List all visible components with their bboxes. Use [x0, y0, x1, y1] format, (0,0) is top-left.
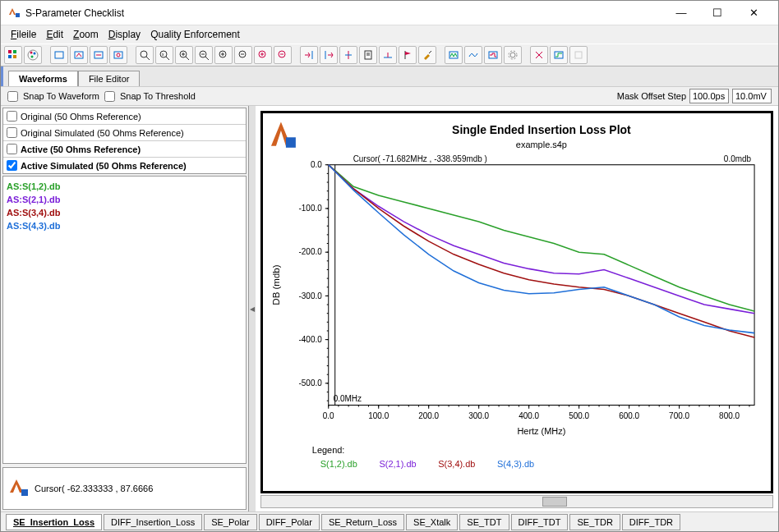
svg-point-8: [31, 56, 34, 58]
svg-text:Single Ended Insertion Loss Pl: Single Ended Insertion Loss Plot: [452, 123, 631, 136]
app-icon: [7, 7, 21, 20]
menu-zoom[interactable]: Zoom: [68, 27, 104, 42]
ref-active[interactable]: Active (50 Ohms Reference): [3, 141, 246, 158]
ref-original-check[interactable]: [7, 111, 17, 122]
tool-zoom-in-icon[interactable]: [175, 46, 193, 64]
svg-rect-1: [8, 50, 12, 53]
svg-rect-2: [13, 50, 16, 53]
svg-line-18: [166, 57, 169, 60]
menu-display[interactable]: Display: [104, 27, 145, 42]
tool-arrow1-icon[interactable]: [300, 46, 318, 64]
btab-se-tdt[interactable]: SE_TDT: [459, 514, 509, 530]
tool-step-icon[interactable]: [550, 46, 568, 64]
ref-original[interactable]: Original (50 Ohms Reference): [3, 108, 246, 125]
svg-text:800.0: 800.0: [719, 411, 740, 420]
svg-rect-61: [329, 165, 754, 406]
svg-text:0.0mdb: 0.0mdb: [724, 154, 752, 163]
tool-gear-icon[interactable]: [504, 46, 522, 64]
tool-zoom-in3-icon[interactable]: [254, 46, 272, 64]
menu-file-label: ile: [26, 29, 36, 40]
splitter-handle[interactable]: ◀: [249, 106, 256, 511]
btab-se-xtalk[interactable]: SE_Xtalk: [406, 514, 458, 530]
tool-zoom-out3-icon[interactable]: [274, 46, 292, 64]
mask-step-time[interactable]: [689, 89, 729, 103]
ref-original-sim-label: Original Simulated (50 Ohms Reference): [21, 128, 184, 138]
snap-threshold-checkbox[interactable]: [104, 91, 115, 102]
svg-text:400.0: 400.0: [519, 411, 539, 420]
series-s34[interactable]: AS:S(3,4).db: [7, 206, 242, 219]
snap-waveform-checkbox[interactable]: [7, 91, 18, 102]
btab-se-insertion-loss[interactable]: SE_Insertion_Loss: [6, 514, 102, 530]
plot-canvas[interactable]: Single Ended Insertion Loss Plotexample.…: [260, 111, 773, 493]
tab-file-editor[interactable]: File Editor: [78, 71, 141, 86]
menu-edit[interactable]: Edit: [41, 27, 68, 42]
svg-rect-55: [21, 489, 28, 496]
tool-zoom-x-icon[interactable]: x: [155, 46, 173, 64]
svg-text:600.0: 600.0: [619, 411, 639, 420]
svg-text:500.0: 500.0: [569, 411, 589, 420]
tool-box4-icon[interactable]: [109, 46, 127, 64]
ref-active-sim[interactable]: Active Simulated (50 Ohms Reference): [3, 158, 246, 173]
cursor-panel: Cursor( -62.333333 , 87.6666: [2, 467, 247, 510]
tool-box2-icon[interactable]: [70, 46, 88, 64]
ref-active-sim-check[interactable]: [7, 160, 17, 171]
tool-flag-icon[interactable]: [399, 46, 417, 64]
btab-diff-insertion-loss[interactable]: DIFF_Insertion_Loss: [104, 514, 202, 530]
series-s21[interactable]: AS:S(2,1).db: [7, 193, 242, 206]
minimize-button[interactable]: —: [663, 2, 699, 25]
svg-rect-54: [575, 52, 582, 58]
sidebar: Original (50 Ohms Reference) Original Si…: [1, 106, 249, 511]
menu-edit-label: dit: [53, 29, 63, 40]
plot-hscrollbar[interactable]: [260, 495, 773, 508]
tool-anchor-icon[interactable]: [379, 46, 397, 64]
maximize-button[interactable]: ☐: [699, 2, 735, 25]
mask-step-volt[interactable]: [732, 89, 772, 103]
bottom-tabs: SE_Insertion_Loss DIFF_Insertion_Loss SE…: [1, 511, 778, 531]
series-s43[interactable]: AS:S(4,3).db: [7, 219, 242, 232]
btab-diff-tdr[interactable]: DIFF_TDR: [622, 514, 680, 530]
tab-waveforms[interactable]: Waveforms: [8, 71, 78, 86]
btab-diff-tdt[interactable]: DIFF_TDT: [511, 514, 569, 530]
svg-line-25: [205, 57, 209, 60]
svg-point-49: [510, 53, 515, 57]
tool-doc-icon[interactable]: [359, 46, 377, 64]
ref-active-check[interactable]: [7, 144, 17, 154]
ref-original-sim[interactable]: Original Simulated (50 Ohms Reference): [3, 125, 246, 141]
svg-text:Hertz (MHz): Hertz (MHz): [517, 426, 565, 436]
tool-box1-icon[interactable]: [50, 46, 68, 64]
close-button[interactable]: ✕: [735, 2, 772, 25]
tool-blank-icon[interactable]: [569, 46, 588, 64]
tool-box3-icon[interactable]: [90, 46, 108, 64]
snap-waveform-label: Snap To Waveform: [23, 91, 99, 101]
btab-se-polar[interactable]: SE_Polar: [204, 514, 256, 530]
menu-quality[interactable]: Quality Enforcement: [145, 27, 245, 42]
tool-palette-icon[interactable]: [24, 46, 42, 64]
svg-rect-12: [114, 52, 122, 58]
svg-text:0.0: 0.0: [323, 411, 334, 420]
tool-delete-icon[interactable]: [530, 46, 548, 64]
btab-se-return-loss[interactable]: SE_Return_Loss: [321, 514, 404, 530]
tool-wave3-icon[interactable]: [484, 46, 502, 64]
scrollbar-thumb[interactable]: [542, 497, 567, 507]
tool-wave1-icon[interactable]: [445, 46, 463, 64]
tool-zoom-out2-icon[interactable]: [234, 46, 252, 64]
tool-zoom-in2-icon[interactable]: [214, 46, 233, 64]
cursor-readout: Cursor( -62.333333 , 87.6666: [35, 484, 153, 493]
svg-rect-0: [16, 13, 20, 17]
tool-zoom-icon[interactable]: [136, 46, 154, 64]
tool-zoom-out-icon[interactable]: [195, 46, 213, 64]
ref-original-sim-check[interactable]: [7, 127, 17, 138]
btab-se-tdr[interactable]: SE_TDR: [569, 514, 620, 530]
btab-diff-polar[interactable]: DIFF_Polar: [259, 514, 320, 530]
series-s12[interactable]: AS:S(1,2).db: [7, 180, 242, 193]
cursor-panel-icon: [7, 476, 30, 501]
tool-pin1-icon[interactable]: [339, 46, 357, 64]
menu-file[interactable]: Fileile: [6, 27, 41, 42]
tool-wave2-icon[interactable]: [464, 46, 482, 64]
tool-arrow2-icon[interactable]: [320, 46, 338, 64]
svg-rect-9: [55, 52, 63, 58]
svg-point-5: [28, 50, 38, 60]
tool-brush-icon[interactable]: [418, 46, 436, 64]
tool-grid-icon[interactable]: [4, 46, 22, 64]
menu-zoom-label: oom: [79, 29, 98, 40]
